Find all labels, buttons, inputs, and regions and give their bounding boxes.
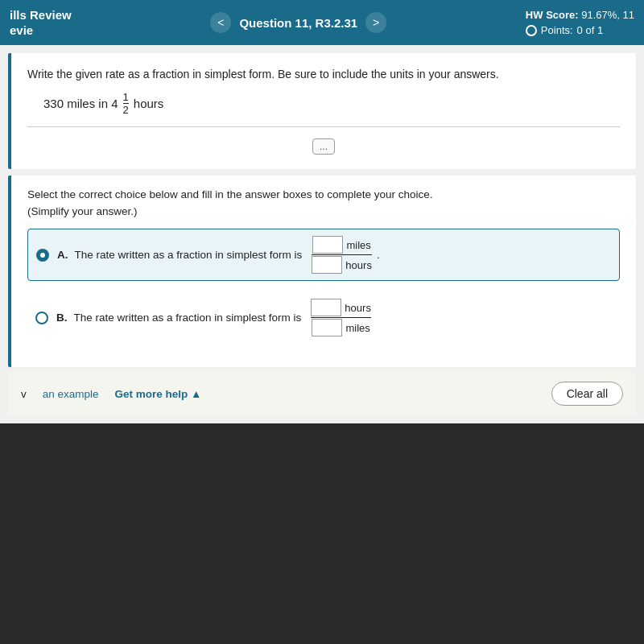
problem-fraction: 1 2 (123, 92, 129, 115)
example-prefix: v (21, 388, 27, 400)
more-button[interactable]: ... (312, 138, 335, 155)
choice-b-label: B. The rate written as a fraction in sim… (56, 299, 371, 336)
example-link[interactable]: an example (43, 388, 99, 400)
simplify-note: (Simplify your answer.) (27, 205, 620, 217)
unit-a-top: miles (346, 239, 370, 251)
clear-all-button[interactable]: Clear all (551, 382, 623, 406)
prev-button[interactable]: < (210, 12, 231, 33)
help-link[interactable]: Get more help ▲ (115, 388, 202, 400)
answer-box-a-bottom[interactable] (312, 256, 342, 274)
next-button[interactable]: > (365, 12, 386, 33)
unit-b-top: hours (345, 302, 371, 314)
top-bar: ills Review evie < Question 11, R3.2.31 … (0, 0, 644, 45)
divider (27, 126, 620, 127)
period-a: . (377, 249, 380, 261)
choice-a-letter: A. (57, 249, 68, 261)
question-instruction: Write the given rate as a fraction in si… (27, 68, 620, 80)
radio-a[interactable] (36, 249, 49, 262)
answer-fraction-a: miles hours (312, 236, 372, 274)
unit-a-bottom: hours (345, 259, 372, 271)
bottom-links: v an example Get more help ▲ (21, 388, 201, 400)
choice-b-text: The rate written as a fraction in simple… (74, 312, 302, 324)
fraction-bar-b (311, 317, 371, 318)
choice-a-row[interactable]: A. The rate written as a fraction in sim… (27, 229, 620, 281)
answer-box-a-top[interactable] (312, 236, 343, 254)
answer-area: Select the correct choice below and fill… (8, 175, 636, 367)
choice-a-text: The rate written as a fraction in simple… (75, 249, 303, 261)
dark-bottom-area (0, 423, 644, 644)
answer-instruction: Select the correct choice below and fill… (27, 188, 620, 200)
choice-a-label: A. The rate written as a fraction in sim… (57, 236, 380, 274)
problem-prefix: 330 miles in 4 (43, 97, 118, 110)
points-row: Points: 0 of 1 (526, 23, 634, 39)
math-problem: 330 miles in 4 1 2 hours (43, 92, 620, 115)
choice-b-letter: B. (56, 312, 68, 324)
bottom-bar: v an example Get more help ▲ Clear all (8, 372, 636, 415)
question-label: Question 11, R3.2.31 (239, 16, 357, 30)
circle-icon (526, 25, 537, 36)
score-section: HW Score: 91.67%, 11 Points: 0 of 1 (526, 7, 634, 39)
mixed-number: 1 2 (123, 92, 129, 115)
fraction-denominator: 2 (123, 104, 129, 115)
problem-suffix: hours (134, 97, 164, 110)
hw-score: HW Score: 91.67%, 11 (526, 7, 634, 23)
question-nav: < Question 11, R3.2.31 > (85, 12, 513, 33)
main-content: Write the given rate as a fraction in si… (0, 45, 644, 644)
unit-b-bottom: miles (345, 322, 369, 334)
answer-fraction-b: hours miles (311, 299, 371, 336)
radio-b[interactable] (35, 312, 48, 324)
answer-box-b-top[interactable] (311, 299, 341, 316)
choice-b-row[interactable]: B. The rate written as a fraction in sim… (27, 292, 620, 343)
fraction-numerator: 1 (123, 92, 129, 104)
fraction-bar-a (312, 254, 372, 255)
app-title: ills Review evie (10, 7, 72, 39)
answer-box-b-bottom[interactable] (312, 319, 342, 336)
question-area: Write the given rate as a fraction in si… (8, 53, 636, 169)
